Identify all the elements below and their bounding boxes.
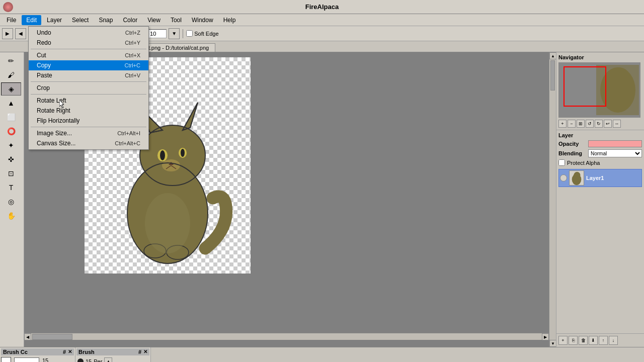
- menu-image-size[interactable]: Image Size... Ctrl+Alt+I: [29, 128, 148, 138]
- tool-fill[interactable]: ▲: [1, 97, 21, 110]
- protect-alpha-checkbox[interactable]: [558, 159, 565, 166]
- tool-pen[interactable]: ✏: [1, 54, 21, 67]
- layer-delete-btn[interactable]: 🗑: [579, 336, 588, 345]
- nav-zoom-in[interactable]: +: [558, 120, 567, 128]
- undo-label: Undo: [37, 29, 51, 36]
- tool-transform[interactable]: ⊡: [1, 167, 21, 180]
- opacity-bar[interactable]: [588, 140, 642, 147]
- layer-section: Layer Opacity Blending Normal Protect Al…: [556, 130, 644, 333]
- layer-down-btn[interactable]: ↓: [609, 336, 618, 345]
- menu-redo[interactable]: Redo Ctrl+Y: [29, 38, 148, 48]
- softedge-checkbox[interactable]: [186, 30, 193, 37]
- svg-marker-17: [183, 103, 198, 130]
- layer-buttons: + ⎘ 🗑 ⬇ ↑ ↓: [556, 333, 644, 347]
- tool-move[interactable]: ✜: [1, 153, 21, 166]
- menu-crop[interactable]: Crop: [29, 83, 148, 93]
- navigator-tools: + − ⊞ ↺ ↻ ↩ ↔: [558, 120, 642, 128]
- brush-cc-title: Brush Cc: [3, 349, 28, 355]
- tool-eyedropper[interactable]: ◎: [1, 195, 21, 208]
- brush-close[interactable]: ✕: [143, 349, 147, 355]
- nav-zoom-fit[interactable]: ⊞: [577, 120, 585, 128]
- canvas-scrollbar-vertical[interactable]: ▲ ▼: [549, 52, 556, 347]
- brush-item-1[interactable]: 15 Per ▲: [76, 357, 149, 362]
- menu-cut[interactable]: Cut Ctrl+X: [29, 50, 148, 60]
- flip-horizontally-label: Flip Horizontally: [37, 117, 79, 124]
- tool-select-lasso[interactable]: ⭕: [1, 125, 21, 138]
- correction-dropdown[interactable]: ▼: [169, 28, 180, 39]
- nav-flip[interactable]: ↔: [613, 120, 621, 128]
- blending-row: Blending Normal: [558, 149, 642, 157]
- menu-file[interactable]: File: [2, 15, 21, 25]
- menu-color[interactable]: Color: [118, 15, 142, 25]
- svg-point-23: [608, 67, 630, 87]
- protect-alpha-row: Protect Alpha: [558, 159, 642, 166]
- navigator-viewport-box: [564, 66, 606, 107]
- menu-flip-horizontally[interactable]: Flip Horizontally: [29, 116, 148, 126]
- softedge-toggle[interactable]: Soft Edge: [186, 30, 218, 37]
- brush-cc-size-bar[interactable]: [14, 357, 39, 362]
- toolbar-btn-2[interactable]: ◀: [15, 28, 26, 39]
- brush-pin[interactable]: #: [138, 349, 141, 355]
- title-bar: FireAlpaca: [0, 0, 644, 14]
- nav-rotate-left[interactable]: ↺: [586, 120, 594, 128]
- menu-snap[interactable]: Snap: [94, 15, 117, 25]
- canvas-size-label: Canvas Size...: [37, 140, 75, 147]
- scroll-thumb-h[interactable]: [32, 334, 72, 340]
- menu-rotate-left[interactable]: Rotate Left: [29, 96, 148, 106]
- blending-select[interactable]: Normal: [588, 149, 642, 157]
- brush-header: Brush # ✕: [76, 348, 149, 355]
- nav-zoom-out[interactable]: −: [568, 120, 576, 128]
- scroll-thumb-v[interactable]: [550, 60, 555, 90]
- brush-cc-pin[interactable]: #: [63, 349, 66, 355]
- menu-paste[interactable]: Paste Ctrl+V: [29, 70, 148, 80]
- scroll-up-arrow[interactable]: ▲: [549, 52, 556, 59]
- layer-add-btn[interactable]: +: [558, 336, 568, 345]
- tool-eraser[interactable]: ◈: [1, 82, 21, 96]
- tool-hand[interactable]: ✋: [1, 209, 21, 222]
- scroll-down-arrow[interactable]: ▼: [549, 340, 556, 347]
- redo-shortcut: Ctrl+Y: [125, 40, 140, 46]
- canvas-scrollbar-horizontal[interactable]: ◀ ▶: [24, 333, 549, 340]
- tool-brush[interactable]: 🖌: [1, 68, 21, 81]
- tool-select-rect[interactable]: ⬜: [1, 111, 21, 124]
- brush-title: Brush: [78, 349, 95, 355]
- tool-magic-wand[interactable]: ✦: [1, 139, 21, 152]
- menu-copy[interactable]: Copy Ctrl+C: [29, 60, 148, 70]
- bottom-area: Brush Cc # ✕ 15 100 % Brush # ✕ 15: [0, 347, 644, 362]
- brush-dot-1: [77, 358, 84, 362]
- toolbar-btn-1[interactable]: ▶: [2, 28, 13, 39]
- layer-merge-btn[interactable]: ⬇: [589, 336, 598, 345]
- menu-window[interactable]: Window: [187, 15, 218, 25]
- copy-label: Copy: [37, 62, 51, 69]
- toolbar-separator-4: [183, 29, 183, 38]
- brush-arrow-1[interactable]: ▲: [104, 357, 112, 362]
- layer-up-btn[interactable]: ↑: [599, 336, 608, 345]
- crop-label: Crop: [37, 84, 50, 92]
- softedge-label: Soft Edge: [194, 31, 218, 37]
- layer-item[interactable]: Layer1: [558, 169, 642, 187]
- layer-visibility-toggle[interactable]: [560, 174, 567, 182]
- menu-undo[interactable]: Undo Ctrl+Z: [29, 28, 148, 38]
- nav-reset[interactable]: ↩: [604, 120, 612, 128]
- menu-tool[interactable]: Tool: [166, 15, 186, 25]
- brush-cc-color-swatch[interactable]: [1, 357, 11, 362]
- layer-copy-btn[interactable]: ⎘: [569, 336, 578, 345]
- menu-rotate-right[interactable]: Rotate Right: [29, 106, 148, 116]
- layer-title: Layer: [558, 132, 642, 138]
- menu-canvas-size[interactable]: Canvas Size... Ctrl+Alt+C: [29, 138, 148, 148]
- layer-name: Layer1: [586, 175, 604, 181]
- nav-rotate-right[interactable]: ↻: [595, 120, 603, 128]
- correction-input[interactable]: [148, 29, 167, 38]
- menu-layer[interactable]: Layer: [42, 15, 66, 25]
- svg-point-5: [160, 150, 165, 160]
- tool-text[interactable]: T: [1, 181, 21, 194]
- menu-view[interactable]: View: [143, 15, 165, 25]
- menu-edit[interactable]: Edit: [22, 15, 41, 25]
- brush-cc-close[interactable]: ✕: [68, 349, 72, 355]
- scroll-left-arrow[interactable]: ◀: [24, 333, 31, 340]
- blending-label: Blending: [558, 150, 586, 156]
- app-icon: [3, 2, 13, 12]
- scroll-right-arrow[interactable]: ▶: [542, 333, 549, 340]
- menu-help[interactable]: Help: [219, 15, 240, 25]
- menu-select[interactable]: Select: [67, 15, 93, 25]
